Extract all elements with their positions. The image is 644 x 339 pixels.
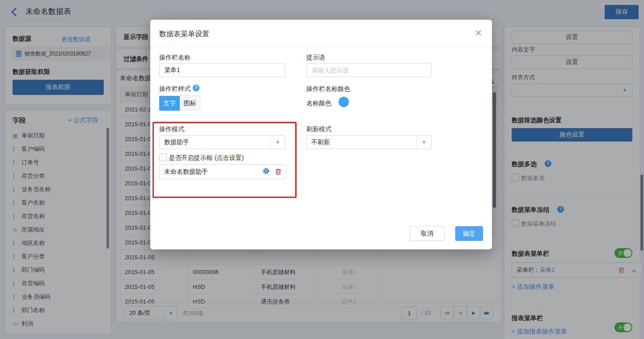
help-icon[interactable]: ? — [193, 85, 199, 91]
action-name-input[interactable] — [159, 63, 285, 77]
tip-input[interactable] — [306, 63, 432, 77]
app-root: 未命名数据表 保存 数据源 更改数据源 销售数据_20210203190827 … — [0, 0, 644, 339]
refresh-caret: ▼ — [416, 136, 431, 149]
confirm-button[interactable]: 确定 — [455, 226, 483, 241]
tab-icon[interactable]: 图标 — [180, 95, 200, 110]
cancel-button[interactable]: 取消 — [410, 226, 445, 241]
refresh-mode-label: 刷新模式 — [306, 125, 331, 133]
modal-title: 数据表菜单设置 — [159, 30, 209, 39]
close-icon[interactable]: × — [475, 26, 482, 40]
chevron-down-icon: ▼ — [422, 140, 426, 145]
highlight-box — [153, 122, 297, 198]
tab-text[interactable]: 文字 — [159, 96, 180, 111]
style-tabs: 文字图标 — [159, 95, 200, 111]
tip-label: 提示语 — [306, 54, 325, 62]
refresh-mode-select[interactable]: 不刷新 ▼ — [306, 135, 432, 149]
refresh-mode-value: 不刷新 — [307, 138, 416, 146]
name-color-label: 名称颜色 — [306, 99, 331, 107]
action-name-label: 操作栏名称 — [159, 54, 191, 62]
name-color-section-label: 操作栏名称颜色 — [306, 85, 350, 93]
modal-header-divider — [150, 47, 492, 47]
color-swatch[interactable] — [339, 97, 349, 107]
action-style-label: 操作栏样式 — [159, 85, 191, 93]
